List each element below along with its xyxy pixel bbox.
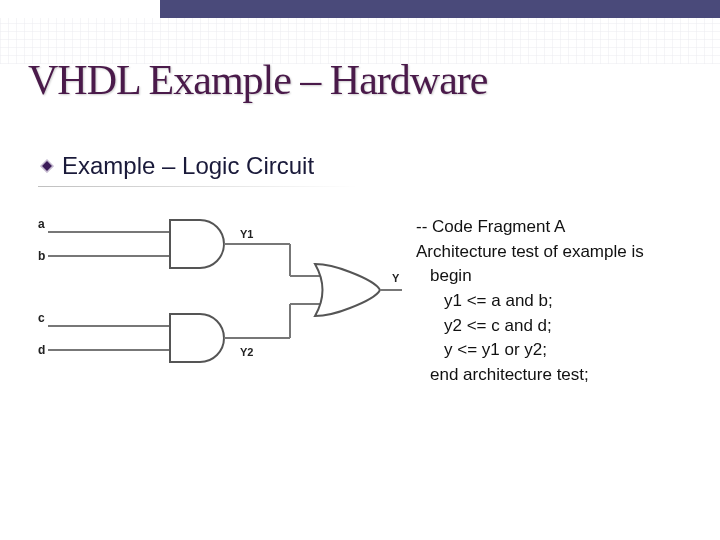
label-d: d bbox=[38, 343, 45, 357]
bullet-underline bbox=[38, 186, 358, 187]
bullet-row: Example – Logic Circuit bbox=[40, 152, 314, 180]
code-line: -- Code Fragment A bbox=[416, 215, 644, 240]
bullet-text: Example – Logic Circuit bbox=[62, 152, 314, 180]
code-line: begin bbox=[416, 264, 644, 289]
label-y: Y bbox=[392, 272, 400, 284]
page-title: VHDL Example – Hardware bbox=[28, 56, 487, 104]
or-gate-icon bbox=[315, 264, 380, 316]
diamond-bullet-icon bbox=[40, 159, 54, 173]
code-line: Architecture test of example is bbox=[416, 240, 644, 265]
code-line: y2 <= c and d; bbox=[416, 314, 644, 339]
and-gate-2-icon bbox=[170, 314, 224, 362]
code-line: y <= y1 or y2; bbox=[416, 338, 644, 363]
logic-circuit-diagram: a b c d Y1 Y2 Y bbox=[30, 210, 410, 390]
label-a: a bbox=[38, 217, 45, 231]
label-y2: Y2 bbox=[240, 346, 253, 358]
label-c: c bbox=[38, 311, 45, 325]
code-line: y1 <= a and b; bbox=[416, 289, 644, 314]
code-line: end architecture test; bbox=[416, 363, 644, 388]
label-b: b bbox=[38, 249, 45, 263]
and-gate-1-icon bbox=[170, 220, 224, 268]
label-y1: Y1 bbox=[240, 228, 253, 240]
header-bar bbox=[160, 0, 720, 18]
code-fragment: -- Code Fragment A Architecture test of … bbox=[416, 215, 644, 387]
